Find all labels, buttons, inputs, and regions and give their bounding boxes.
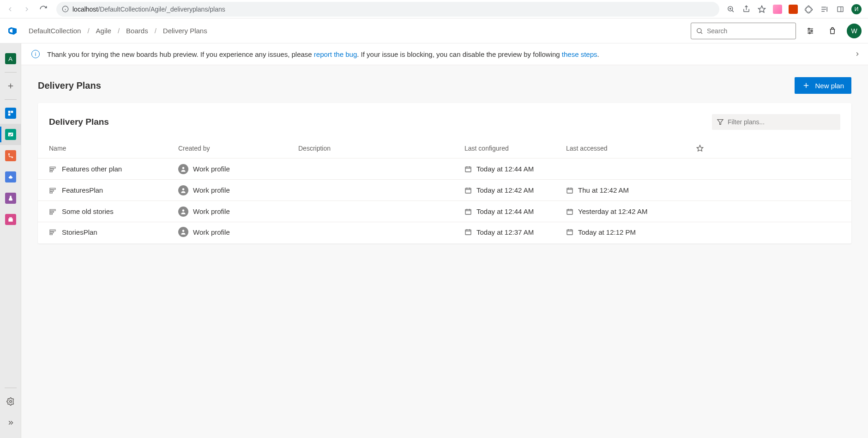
breadcrumb-collection[interactable]: DefaultCollection — [29, 27, 81, 35]
plans-card: Delivery Plans Name Created by Descripti… — [38, 103, 851, 243]
filter-plans[interactable] — [712, 114, 840, 130]
extension-1-icon[interactable] — [773, 5, 782, 14]
browser-actions: И — [726, 4, 864, 14]
bookmark-star-icon[interactable] — [757, 5, 766, 14]
sidenav-project[interactable]: A — [0, 48, 21, 69]
pipelines-icon — [5, 171, 16, 182]
extensions-puzzle-icon[interactable] — [804, 5, 814, 14]
app-header: DefaultCollection / Agile / Boards / Del… — [0, 18, 868, 43]
table-row[interactable]: Some old storiesWork profileToday at 12:… — [38, 201, 851, 222]
calendar-icon — [464, 165, 472, 173]
cell-created-by: Work profile — [178, 185, 298, 195]
banner-link-report-bug[interactable]: report the bug — [314, 50, 357, 58]
back-button[interactable] — [4, 3, 17, 16]
col-name[interactable]: Name — [49, 145, 178, 152]
cell-created-by: Work profile — [178, 164, 298, 174]
forward-button[interactable] — [20, 3, 33, 16]
sidenav-repos[interactable] — [0, 145, 21, 166]
sidenav-artifacts[interactable] — [0, 209, 21, 230]
sidenav-settings[interactable] — [0, 391, 21, 412]
browser-toolbar: localhost/DefaultCollection/Agile/_deliv… — [0, 0, 868, 18]
plus-icon — [802, 81, 810, 90]
page-title: Delivery Plans — [38, 80, 101, 91]
table-header: Name Created by Description Last configu… — [38, 138, 851, 158]
svg-rect-49 — [465, 188, 471, 193]
sidenav-pipelines[interactable] — [0, 166, 21, 188]
svg-rect-25 — [11, 111, 13, 113]
reload-button[interactable] — [37, 3, 50, 16]
user-avatar-icon — [178, 207, 188, 217]
svg-rect-46 — [50, 190, 54, 191]
col-description[interactable]: Description — [298, 145, 464, 152]
breadcrumb-page[interactable]: Delivery Plans — [163, 27, 207, 35]
svg-rect-47 — [50, 192, 52, 193]
svg-rect-71 — [50, 233, 52, 235]
cell-name: StoriesPlan — [49, 228, 178, 236]
svg-rect-26 — [8, 114, 10, 116]
col-last-configured[interactable]: Last configured — [464, 145, 566, 152]
sidenav-testplans[interactable] — [0, 188, 21, 209]
svg-rect-53 — [567, 188, 573, 193]
banner-link-steps[interactable]: these steps — [562, 50, 597, 58]
breadcrumb-project[interactable]: Agile — [96, 27, 111, 35]
user-avatar-icon — [178, 164, 188, 174]
svg-point-29 — [12, 157, 12, 158]
svg-point-28 — [8, 153, 9, 154]
filter-plans-input[interactable] — [728, 118, 836, 126]
global-search-input[interactable] — [707, 27, 791, 35]
banner-next-icon[interactable] — [854, 51, 861, 57]
table-row[interactable]: FeaturesPlanWork profileToday at 12:42 A… — [38, 180, 851, 201]
new-plan-button[interactable]: New plan — [795, 77, 851, 94]
testplans-icon — [5, 193, 16, 204]
svg-rect-65 — [567, 209, 573, 214]
table-row[interactable]: Features other planWork profileToday at … — [38, 158, 851, 180]
svg-rect-61 — [465, 209, 471, 214]
sidenav-expand[interactable] — [0, 412, 21, 433]
col-last-accessed[interactable]: Last accessed — [566, 145, 686, 152]
extension-2-icon[interactable] — [789, 5, 798, 14]
banner-text: Thank you for trying the new boards hub … — [47, 50, 599, 58]
shopping-bag-icon[interactable] — [825, 23, 840, 39]
sidenav-boards[interactable] — [0, 124, 21, 145]
new-plan-label: New plan — [815, 82, 844, 90]
user-avatar-icon — [178, 227, 188, 237]
project-avatar-icon: A — [5, 53, 16, 64]
azure-devops-logo-icon[interactable] — [6, 25, 18, 37]
reading-list-icon[interactable] — [820, 5, 829, 14]
table-row[interactable]: StoriesPlanWork profileToday at 12:37 AM… — [38, 222, 851, 243]
global-search[interactable] — [691, 23, 796, 39]
zoom-icon[interactable] — [726, 5, 735, 14]
plus-icon — [6, 82, 15, 90]
browser-profile-avatar[interactable]: И — [851, 4, 862, 14]
panel-icon[interactable] — [836, 5, 845, 14]
svg-rect-70 — [50, 231, 54, 233]
overview-icon — [5, 108, 16, 119]
col-favorite[interactable] — [686, 145, 714, 152]
cell-last-accessed: Thu at 12:42 AM — [566, 186, 686, 194]
breadcrumb-area[interactable]: Boards — [126, 27, 148, 35]
sidenav-overview[interactable] — [0, 103, 21, 124]
url-path: /DefaultCollection/Agile/_deliveryplans/… — [98, 6, 225, 13]
main-content: i Thank you for trying the new boards hu… — [21, 43, 868, 438]
filters-icon[interactable] — [802, 23, 818, 39]
svg-rect-37 — [50, 167, 55, 168]
page-title-row: Delivery Plans New plan — [21, 65, 868, 103]
breadcrumb: DefaultCollection / Agile / Boards / Del… — [29, 27, 207, 35]
plan-icon — [49, 228, 56, 236]
calendar-icon — [464, 208, 472, 215]
sidenav-add[interactable] — [0, 75, 21, 97]
cell-name: Some old stories — [49, 207, 178, 215]
svg-line-6 — [732, 10, 734, 12]
site-info-icon — [62, 6, 69, 12]
share-icon[interactable] — [741, 5, 751, 14]
cell-last-accessed: Today at 12:12 PM — [566, 228, 686, 236]
cell-last-configured: Today at 12:42 AM — [464, 186, 566, 194]
calendar-icon — [464, 187, 472, 194]
plan-icon — [49, 208, 56, 215]
col-created-by[interactable]: Created by — [178, 145, 298, 152]
plan-icon — [49, 165, 56, 173]
address-bar[interactable]: localhost/DefaultCollection/Agile/_deliv… — [56, 2, 719, 17]
cell-created-by: Work profile — [178, 227, 298, 237]
user-avatar[interactable]: W — [847, 24, 862, 38]
svg-point-21 — [809, 32, 810, 34]
